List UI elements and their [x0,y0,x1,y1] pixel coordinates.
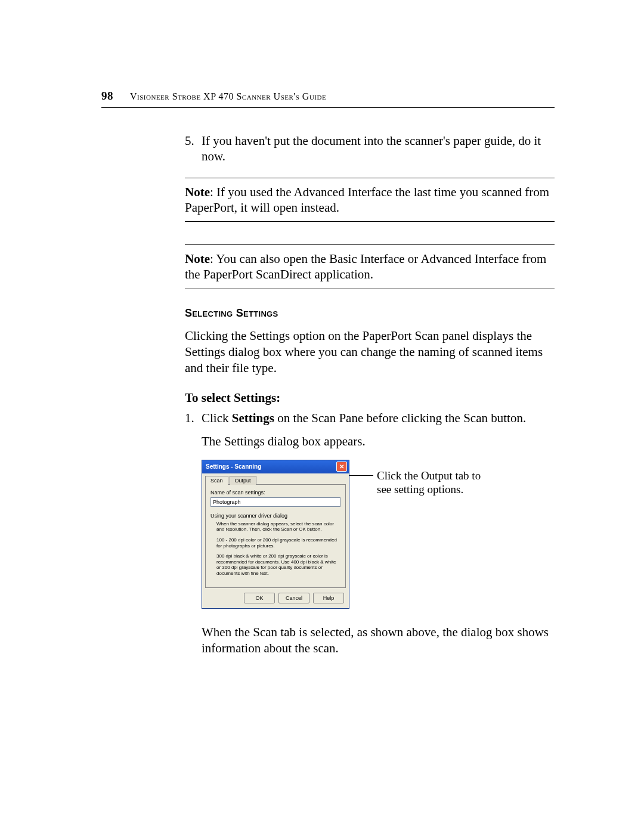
section-heading: Selecting Settings [185,307,555,320]
note-block-1: Note: If you used the Advanced Interface… [185,178,555,222]
step-text: If you haven't put the document into the… [202,133,555,165]
close-icon[interactable]: ✕ [336,462,347,472]
name-label: Name of scan settings: [210,490,340,496]
step-text: Click Settings on the Scan Pane before c… [202,410,555,449]
document-page: 98 Visioneer Strobe XP 470 Scanner User'… [101,89,555,657]
tab-output[interactable]: Output [230,476,256,485]
step-text-after: on the Scan Pane before clicking the Sca… [274,411,526,425]
callout-leader-line [349,475,373,476]
page-number: 98 [101,89,113,103]
tab-divider [258,484,346,485]
settings-figure: Settings - Scanning ✕ Scan Output Name o… [202,460,555,609]
step-text-before: Click [202,411,232,425]
step-1: 1. Click Settings on the Scan Pane befor… [185,410,555,449]
note-label: Note [185,185,210,199]
settings-dialog: Settings - Scanning ✕ Scan Output Name o… [202,460,349,609]
step-number: 5. [185,133,202,165]
dialog-button-row: OK Cancel Help [202,592,349,608]
tab-panel: Name of scan settings: Using your scanne… [205,484,346,588]
callout-text: Click the Output tab to see setting opti… [377,469,496,497]
callout: Click the Output tab to see setting opti… [349,469,496,497]
cancel-button[interactable]: Cancel [278,593,309,603]
scan-settings-name-input[interactable] [210,497,340,507]
note-block-2: Note: You can also open the Basic Interf… [185,244,555,289]
content-column: 5. If you haven't put the document into … [185,133,555,657]
step-number: 1. [185,410,202,449]
note-text: : You can also open the Basic Interface … [185,252,546,281]
dialog-desc-2: 100 - 200 dpi color or 200 dpi grayscale… [216,537,340,549]
help-button[interactable]: Help [313,593,344,603]
ok-button[interactable]: OK [244,593,275,603]
page-header: 98 Visioneer Strobe XP 470 Scanner User'… [101,89,555,103]
step-follow: The Settings dialog box appears. [202,433,555,449]
dialog-title: Settings - Scanning [206,463,261,470]
header-title: Visioneer Strobe XP 470 Scanner User's G… [130,91,326,102]
note-text: : If you used the Advanced Interface the… [185,185,549,215]
dialog-desc-1: When the scanner dialog appears, select … [216,521,340,532]
sub-heading: To select Settings: [185,391,555,405]
using-label: Using your scanner driver dialog [210,513,340,519]
tab-strip: Scan Output [202,473,349,485]
note-label: Note [185,252,210,266]
dialog-desc-3: 300 dpi black & white or 200 dpi graysca… [216,553,340,576]
section-intro: Clicking the Settings option on the Pape… [185,328,555,377]
step-5: 5. If you haven't put the document into … [185,133,555,165]
dialog-titlebar: Settings - Scanning ✕ [202,460,349,473]
header-rule [101,107,555,108]
after-figure-text: When the Scan tab is selected, as shown … [202,624,555,657]
step-text-bold: Settings [232,411,274,425]
tab-scan[interactable]: Scan [205,476,228,485]
